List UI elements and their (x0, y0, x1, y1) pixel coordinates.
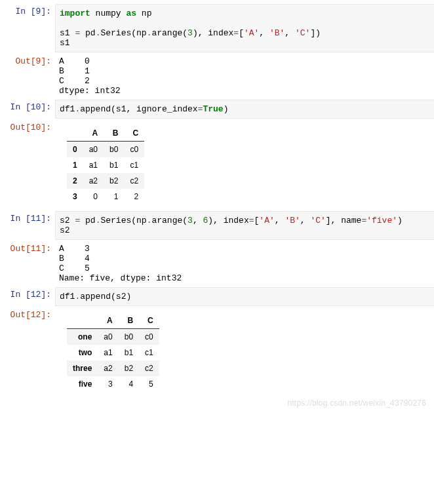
col-header: B (119, 313, 139, 329)
cell-in-12: In [12]: df1.append(s2) (0, 287, 434, 306)
prompt-in-12: In [12]: (0, 287, 55, 300)
kw-true: True (203, 104, 223, 114)
cell-out-12: Out[12]: A B C onea0b0c0 twoa1b1c1 three… (0, 307, 434, 397)
code-12[interactable]: df1.append(s2) (55, 287, 434, 306)
prompt-out-9: Out[9]: (0, 54, 55, 66)
dataframe-12: A B C onea0b0c0 twoa1b1c1 threea2b2c2 fi… (67, 313, 159, 392)
cell-in-10: In [10]: df1.append(s1, ignore_index=Tru… (0, 100, 434, 119)
table-row: onea0b0c0 (67, 329, 159, 345)
notebook: In [9]: import numpy as np s1 = pd.Serie… (0, 0, 434, 412)
table-row: 0a0b0c0 (67, 142, 144, 158)
cell-out-11: Out[11]: A 3 B 4 C 5 Name: five, dtype: … (0, 241, 434, 286)
col-header: A (98, 313, 118, 329)
cell-out-9: Out[9]: A 0 B 1 C 2 dtype: int32 (0, 54, 434, 98)
code-10[interactable]: df1.append(s1, ignore_index=True) (55, 100, 434, 119)
table-row: five345 (67, 376, 159, 392)
cell-in-11: In [11]: s2 = pd.Series(np.arange(3, 6),… (0, 211, 434, 240)
output-10: A B C 0a0b0c0 1a1b1c1 2a2b2c2 3012 (55, 120, 434, 210)
kw-import: import (60, 9, 90, 18)
prompt-in-11: In [11]: (0, 211, 55, 223)
watermark: https://blog.csdn.net/weixin_43790276 (287, 398, 426, 408)
cell-in-9: In [9]: import numpy as np s1 = pd.Serie… (0, 4, 434, 52)
prompt-out-11: Out[11]: (0, 241, 55, 254)
col-header: C (124, 125, 144, 142)
table-row: 3012 (67, 189, 144, 204)
table-row: threea2b2c2 (67, 360, 159, 376)
output-11: A 3 B 4 C 5 Name: five, dtype: int32 (55, 241, 434, 286)
prompt-out-12: Out[12]: (0, 307, 55, 320)
table-row: 2a2b2c2 (67, 173, 144, 189)
code-9[interactable]: import numpy as np s1 = pd.Series(np.ara… (55, 4, 434, 52)
table-row: twoa1b1c1 (67, 345, 159, 360)
code-11[interactable]: s2 = pd.Series(np.arange(3, 6), index=['… (55, 211, 434, 240)
prompt-in-10: In [10]: (0, 100, 55, 112)
corner (67, 125, 83, 142)
prompt-in-9: In [9]: (0, 4, 55, 16)
col-header: C (139, 313, 159, 329)
output-9: A 0 B 1 C 2 dtype: int32 (55, 54, 434, 98)
prompt-out-10: Out[10]: (0, 120, 55, 132)
corner (67, 313, 98, 329)
col-header: B (104, 125, 124, 142)
cell-out-10: Out[10]: A B C 0a0b0c0 1a1b1c1 2a2b2c2 3… (0, 120, 434, 210)
dataframe-10: A B C 0a0b0c0 1a1b1c1 2a2b2c2 3012 (67, 125, 144, 204)
output-12: A B C onea0b0c0 twoa1b1c1 threea2b2c2 fi… (55, 307, 434, 397)
kw-as: as (126, 9, 136, 18)
table-row: 1a1b1c1 (67, 157, 144, 173)
col-header: A (83, 125, 104, 142)
